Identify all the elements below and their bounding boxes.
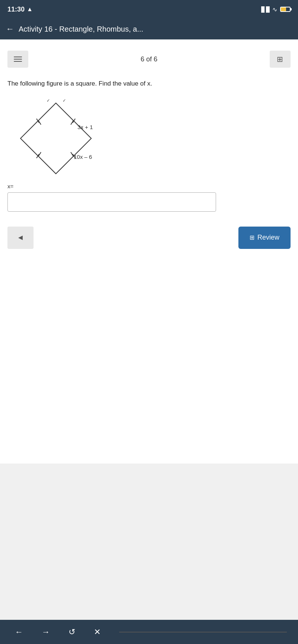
review-label: Review (257, 234, 279, 241)
menu-button[interactable] (7, 51, 28, 68)
battery-icon (280, 7, 291, 12)
svg-text:10x – 6: 10x – 6 (74, 154, 92, 160)
prev-icon: ◄ (17, 233, 24, 242)
calculator-icon: ⊞ (277, 55, 283, 64)
svg-text:✓: ✓ (63, 98, 66, 103)
wifi-icon: ∿ (272, 6, 277, 13)
browser-forward-button[interactable]: → (38, 626, 54, 638)
location-icon: ▲ (27, 6, 33, 13)
browser-close-button[interactable]: ✕ (90, 626, 104, 638)
signal-icon: ▐▌█ (259, 6, 269, 12)
review-icon: ⊞ (250, 234, 254, 241)
square-figure: 3x + 1 10x – 6 ✓ ✓ (15, 97, 112, 176)
figure-container: 3x + 1 10x – 6 ✓ ✓ (15, 97, 112, 176)
bottom-line (119, 632, 287, 632)
svg-text:3x + 1: 3x + 1 (77, 124, 93, 130)
answer-section: x= (7, 183, 291, 212)
page-title: Activity 16 - Rectangle, Rhombus, a... (19, 25, 143, 33)
status-time: 11:30 (7, 6, 25, 13)
nav-buttons: ◄ ⊞ Review (7, 227, 291, 249)
status-bar: 11:30 ▲ ▐▌█ ∿ (0, 0, 298, 19)
nav-bar: ← Activity 16 - Rectangle, Rhombus, a... (0, 19, 298, 39)
svg-text:✓: ✓ (47, 98, 50, 103)
bottom-bar: ← → ↺ ✕ (0, 620, 298, 644)
review-button[interactable]: ⊞ Review (238, 227, 291, 249)
browser-back-button[interactable]: ← (11, 626, 27, 638)
gray-area (0, 464, 298, 624)
hamburger-line-3 (14, 61, 22, 62)
svg-marker-0 (20, 103, 91, 174)
back-button[interactable]: ← (6, 24, 14, 34)
hamburger-line-1 (14, 57, 22, 57)
answer-label: x= (7, 183, 291, 189)
calculator-button[interactable]: ⊞ (270, 51, 291, 68)
answer-input[interactable] (7, 192, 216, 212)
main-content: 6 of 6 ⊞ The following figure is a squar… (0, 39, 298, 464)
toolbar: 6 of 6 ⊞ (7, 51, 291, 68)
progress-text: 6 of 6 (140, 55, 157, 63)
browser-refresh-button[interactable]: ↺ (65, 626, 79, 638)
hamburger-line-2 (14, 59, 22, 60)
status-icons: ▐▌█ ∿ (259, 6, 291, 13)
question-text: The following figure is a square. Find t… (7, 79, 291, 89)
previous-button[interactable]: ◄ (7, 227, 34, 249)
